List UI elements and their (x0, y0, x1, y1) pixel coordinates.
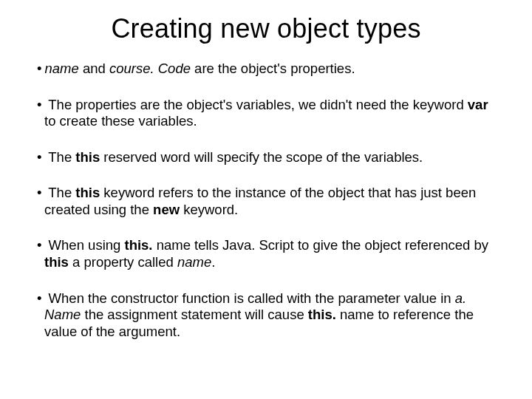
text-italic: course. Code (109, 61, 194, 76)
text-bold: this. (308, 307, 336, 322)
bullet-dot: • (37, 149, 41, 165)
text: The properties are the object's variable… (44, 97, 467, 112)
text-bold: new (153, 202, 180, 217)
bullet-2: • The properties are the object's variab… (37, 97, 495, 130)
text-bold: var (468, 97, 488, 112)
text: to create these variables. (44, 113, 197, 129)
text: The (44, 185, 75, 200)
bullet-dot: • (37, 185, 41, 200)
bullet-1: •name and course. Code are the object's … (37, 61, 495, 78)
text-bold: this. (124, 237, 152, 253)
bullet-3: • The this reserved word will specify th… (37, 149, 495, 166)
text: When the constructor function is called … (44, 290, 454, 306)
text: reserved word will specify the scope of … (100, 149, 423, 165)
bullet-dot: • (37, 61, 41, 76)
text: When using (44, 237, 124, 253)
bullet-dot: • (37, 290, 41, 306)
bullet-4: • The this keyword refers to the instanc… (37, 185, 495, 218)
text-bold: this (75, 149, 100, 165)
text-bold: this (44, 254, 69, 270)
text: a property called (69, 254, 177, 270)
text: keyword refers to the instance of the ob… (44, 185, 476, 217)
text-italic: name (177, 254, 211, 270)
bullet-list: •name and course. Code are the object's … (37, 61, 495, 340)
text: . (211, 254, 215, 270)
slide: Creating new object types •name and cour… (0, 0, 532, 399)
bullet-dot: • (37, 97, 41, 112)
text: the assignment statement will cause (85, 307, 308, 322)
bullet-5: • When using this. name tells Java. Scri… (37, 237, 495, 270)
text: are the object's properties. (194, 61, 355, 76)
text-bold: this (75, 185, 100, 200)
text: keyword. (180, 202, 238, 217)
text: The (44, 149, 75, 165)
bullet-dot: • (37, 237, 41, 253)
slide-title: Creating new object types (37, 13, 495, 44)
bullet-6: • When the constructor function is calle… (37, 290, 495, 341)
text-italic: name (44, 61, 78, 76)
text: and (79, 61, 109, 76)
text: name tells Java. Script to give the obje… (153, 237, 489, 253)
